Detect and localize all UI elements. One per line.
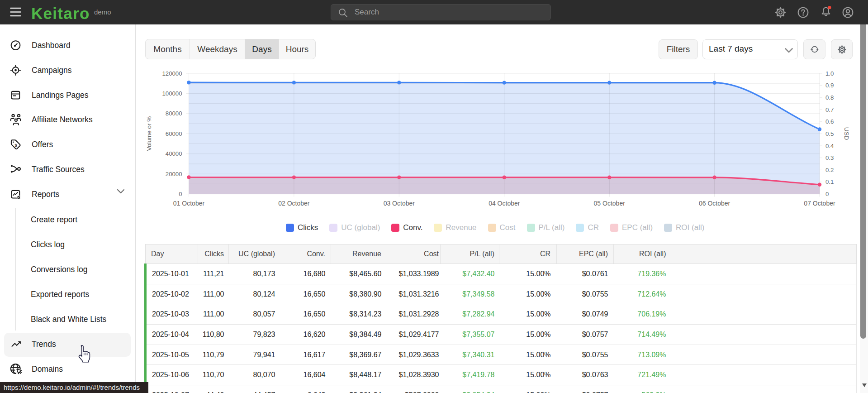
svg-text:0: 0 xyxy=(179,191,182,197)
svg-text:USD: USD xyxy=(843,127,850,140)
svg-text:60000: 60000 xyxy=(166,130,182,137)
svg-text:0.9: 0.9 xyxy=(825,82,834,89)
svg-text:04 October: 04 October xyxy=(489,200,520,207)
svg-text:100000: 100000 xyxy=(162,90,182,97)
svg-text:0.2: 0.2 xyxy=(825,167,834,173)
svg-text:0.1: 0.1 xyxy=(825,178,834,185)
svg-text:05 October: 05 October xyxy=(594,200,626,207)
svg-text:120000: 120000 xyxy=(162,70,182,77)
svg-text:$: $ xyxy=(15,143,18,148)
svg-text:1.0: 1.0 xyxy=(825,70,834,77)
svg-text:0.3: 0.3 xyxy=(825,154,834,161)
svg-text:0.7: 0.7 xyxy=(825,106,834,113)
svg-text:40000: 40000 xyxy=(166,150,182,157)
svg-text:0.8: 0.8 xyxy=(825,94,834,101)
svg-text:03 October: 03 October xyxy=(384,200,415,207)
svg-text:06 October: 06 October xyxy=(699,200,730,207)
svg-text:0.5: 0.5 xyxy=(825,130,834,137)
svg-text:0: 0 xyxy=(825,191,829,197)
svg-text:01 October: 01 October xyxy=(173,200,205,207)
svg-text:20000: 20000 xyxy=(166,171,182,177)
svg-text:0.4: 0.4 xyxy=(825,143,834,149)
svg-text:Volume or %: Volume or % xyxy=(146,116,152,151)
svg-text:02 October: 02 October xyxy=(278,200,310,207)
svg-text:80000: 80000 xyxy=(166,110,182,117)
svg-text:0.6: 0.6 xyxy=(825,118,834,125)
svg-text:07 October: 07 October xyxy=(804,200,835,207)
